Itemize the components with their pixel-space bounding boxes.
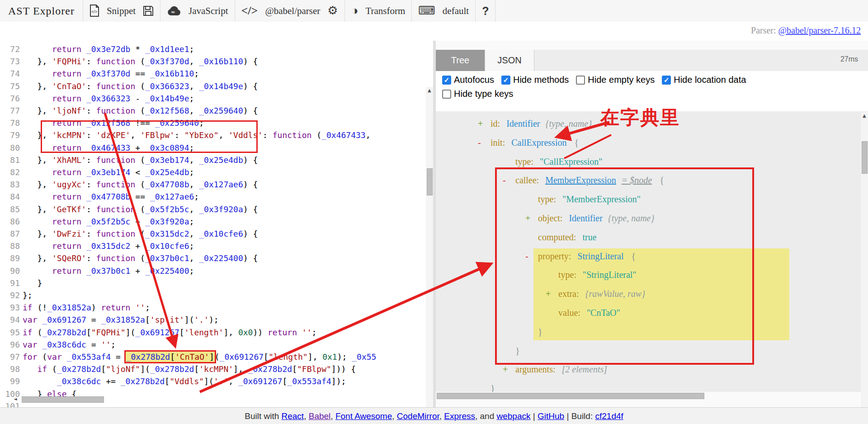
checkbox-checked-icon[interactable]: ✓ xyxy=(442,76,451,85)
code-line[interactable]: return _0x47708b == _0x127ae6; xyxy=(23,192,199,204)
checkbox-unchecked-icon[interactable] xyxy=(442,90,451,99)
code-line[interactable]: }, 'GeTKf': function (_0x5f2b5c, _0x3f92… xyxy=(23,205,258,217)
tree-row-extra[interactable]: +extra:{rawValue, raw} xyxy=(546,289,645,299)
panel-hscroll-thumb[interactable] xyxy=(437,393,704,399)
checkbox-checked-icon[interactable]: ✓ xyxy=(501,76,510,85)
scroll-up-icon[interactable]: ▲ xyxy=(428,88,431,93)
tree-row[interactable]: } xyxy=(503,346,520,356)
collapse-icon[interactable]: - xyxy=(525,251,538,262)
panel-vscrollbar[interactable]: ▲ xyxy=(861,112,868,424)
code-line[interactable]: }, 'DwFzi': function (_0x315dc2, _0x10cf… xyxy=(23,229,258,241)
footer-link-babel[interactable]: Babel xyxy=(309,411,331,421)
line-number: 77 xyxy=(0,106,20,118)
expand-icon[interactable]: + xyxy=(503,364,515,375)
code-editor[interactable]: 72 return _0x3e72db * _0x1d1ee1;73 }, 'F… xyxy=(0,41,433,407)
checkbox-checked-icon[interactable]: ✓ xyxy=(662,76,671,85)
footer-link-express[interactable]: Express xyxy=(444,411,475,421)
tree-row-arguments[interactable]: +arguments:[2 elements] xyxy=(503,364,607,375)
tree-view[interactable]: +id:Identifier{type, name}-init:CallExpr… xyxy=(436,111,868,392)
code-line[interactable]: return _0x3e72db * _0x1d1ee1; xyxy=(23,44,194,57)
code-line[interactable]: }, 'FQPHi': function (_0x3f370d, _0x16b1… xyxy=(23,57,258,69)
footer-link-react[interactable]: React xyxy=(282,411,304,421)
code-line[interactable]: var _0x38c6dc = ''; xyxy=(23,340,116,352)
collapse-icon[interactable]: - xyxy=(503,175,515,186)
open-brace: { xyxy=(657,175,664,185)
code-line[interactable]: }; xyxy=(23,291,33,303)
code-line[interactable]: return _0x5f2b5c + _0x3f920a; xyxy=(23,217,194,229)
line-number: 91 xyxy=(0,278,20,291)
tree-row-type[interactable]: type:"MemberExpression" xyxy=(525,194,641,205)
tree-row-object[interactable]: +object:Identifier{type, name} xyxy=(525,213,654,224)
footer-link-font-awesome[interactable]: Font Awesome xyxy=(335,411,392,421)
code-line[interactable]: var _0x691267 = _0x31852a['split']('.'); xyxy=(23,315,219,327)
line-number: 98 xyxy=(0,364,20,376)
node-key: object: xyxy=(538,213,562,223)
code-line[interactable]: }, 'ugyXc': function (_0x47708b, _0x127a… xyxy=(23,180,258,192)
transform-button[interactable]: Transform xyxy=(365,5,405,17)
file-code-icon[interactable]: </> xyxy=(90,5,99,17)
parser-version-link[interactable]: @babel/parser-7.16.12 xyxy=(778,25,861,35)
expand-icon[interactable]: + xyxy=(525,213,538,224)
tree-row-type[interactable]: type:"CallExpression" xyxy=(503,157,603,167)
tree-row-type[interactable]: type:"StringLiteral" xyxy=(546,270,637,280)
snippet-button[interactable]: Snippet xyxy=(107,5,136,17)
checkbox-hide-empty-keys[interactable]: Hide empty keys xyxy=(576,75,655,85)
code-line[interactable]: }, 'CnTaO': function (_0x366323, _0x14b4… xyxy=(23,81,258,94)
checkbox-hide-methods[interactable]: ✓Hide methods xyxy=(501,75,569,85)
code-line[interactable]: }, 'ljoNf': function (_0x12f568, _0x2596… xyxy=(23,106,258,118)
node-type-link[interactable]: MemberExpression xyxy=(545,175,616,185)
code-line[interactable]: for (var _0x553af4 = _0x278b2d['CnTaO'](… xyxy=(23,352,376,364)
footer-link-webpack[interactable]: webpack xyxy=(497,411,531,421)
keymap-select[interactable]: default xyxy=(443,5,469,17)
code-line[interactable]: return _0x315dc2 + _0x10cfe6; xyxy=(23,241,194,253)
scroll-left-icon[interactable]: ◄ xyxy=(14,396,17,401)
code-line[interactable]: if (!_0x31852a) return ''; xyxy=(23,303,150,315)
code-line[interactable]: } xyxy=(23,278,42,291)
footer-link-github[interactable]: GitHub xyxy=(538,411,564,421)
tree-row[interactable]: } xyxy=(478,383,495,392)
checkbox-unchecked-icon[interactable] xyxy=(576,76,585,85)
footer-link-cf21d4f[interactable]: cf21d4f xyxy=(595,411,623,421)
tree-row-init[interactable]: -init:CallExpression { xyxy=(478,138,579,148)
panel-vscroll-thumb[interactable] xyxy=(862,141,868,174)
checkbox-autofocus[interactable]: ✓Autofocus xyxy=(442,75,494,85)
collapse-icon[interactable]: - xyxy=(478,138,491,148)
tab-json[interactable]: JSON xyxy=(485,50,534,71)
tab-tree[interactable]: Tree xyxy=(436,50,485,71)
tree-row[interactable]: } xyxy=(525,327,542,337)
tree-row-id[interactable]: +id:Identifier{type, name} xyxy=(478,119,592,129)
checkbox-hide-type-keys[interactable]: Hide type keys xyxy=(442,89,513,99)
editor-hscroll-thumb[interactable] xyxy=(22,396,104,403)
parser-select[interactable]: @babel/parser xyxy=(265,5,320,17)
node-type: CallExpression xyxy=(511,138,566,148)
expand-icon[interactable]: + xyxy=(478,119,491,129)
code-line[interactable]: }, 'XhAML': function (_0x3eb174, _0x25e4… xyxy=(23,155,258,167)
tree-row-computed[interactable]: computed:true xyxy=(525,232,597,243)
save-icon[interactable] xyxy=(143,5,154,16)
code-line[interactable]: return _0x366323 - _0x14b49e; xyxy=(23,94,194,106)
tree-row-property[interactable]: -property:StringLiteral { xyxy=(525,251,636,262)
editor-vscrollbar[interactable]: ▲ ▼ xyxy=(426,87,433,407)
checkbox-hide-location-data[interactable]: ✓Hide location data xyxy=(662,75,746,85)
code-line[interactable]: if (_0x278b2d["ljoNf"](_0x278b2d['kcMPN'… xyxy=(23,364,356,376)
language-select[interactable]: JavaScript xyxy=(189,5,228,17)
snippet-group: </> Snippet xyxy=(83,0,160,22)
help-button[interactable]: ? xyxy=(482,5,489,18)
editor-vscroll-thumb[interactable] xyxy=(427,168,433,195)
code-line[interactable]: return _0x37b0c1 + _0x225400; xyxy=(23,266,194,278)
code-line[interactable]: _0x38c6dc += _0x278b2d["Vddls"]('.', _0x… xyxy=(23,376,346,389)
tree-row-callee[interactable]: -callee:MemberExpression= $node { xyxy=(503,175,664,186)
toggle-icon[interactable]: ◑ xyxy=(351,5,359,17)
code-line[interactable]: }, 'SQeRO': function (_0x37b0c1, _0x2254… xyxy=(23,253,258,266)
tree-row-value[interactable]: value:"CnTaO" xyxy=(546,308,620,318)
footer-link-codemirror[interactable]: CodeMirror xyxy=(397,411,439,421)
code-line[interactable]: return _0x3f370d == _0x16b110; xyxy=(23,69,199,81)
scroll-up-icon[interactable]: ▲ xyxy=(863,113,866,118)
gear-icon[interactable]: ⚙ xyxy=(327,5,338,17)
cloud-icon[interactable]: ∞ xyxy=(167,6,181,16)
expand-icon[interactable]: + xyxy=(546,289,558,299)
code-line[interactable]: if (_0x278b2d["FQPHi"](_0x691267['length… xyxy=(23,328,316,340)
footer-static-text: | Build: xyxy=(564,411,595,421)
code-line[interactable]: return _0x3eb174 < _0x25e4db; xyxy=(23,167,194,180)
line-number: 96 xyxy=(0,340,20,352)
